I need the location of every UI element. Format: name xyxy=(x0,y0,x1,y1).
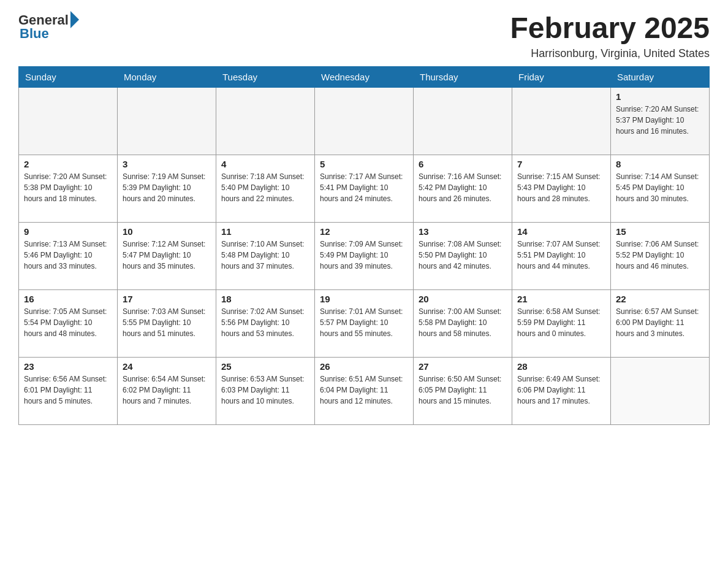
calendar-cell: 24Sunrise: 6:54 AM Sunset: 6:02 PM Dayli… xyxy=(118,357,216,424)
calendar-week-row: 16Sunrise: 7:05 AM Sunset: 5:54 PM Dayli… xyxy=(19,289,710,357)
day-number: 26 xyxy=(320,361,408,372)
day-info: Sunrise: 6:57 AM Sunset: 6:00 PM Dayligh… xyxy=(616,306,704,339)
calendar-cell: 12Sunrise: 7:09 AM Sunset: 5:49 PM Dayli… xyxy=(315,222,414,289)
day-number: 6 xyxy=(419,159,507,169)
day-info: Sunrise: 7:07 AM Sunset: 5:51 PM Dayligh… xyxy=(517,239,605,272)
day-number: 13 xyxy=(419,226,507,237)
day-info: Sunrise: 7:08 AM Sunset: 5:50 PM Dayligh… xyxy=(419,239,507,272)
day-info: Sunrise: 7:09 AM Sunset: 5:49 PM Dayligh… xyxy=(320,239,408,272)
calendar-cell xyxy=(216,87,315,155)
day-info: Sunrise: 7:06 AM Sunset: 5:52 PM Dayligh… xyxy=(616,239,704,272)
day-number: 7 xyxy=(517,159,605,169)
column-header-monday: Monday xyxy=(118,66,216,87)
day-number: 8 xyxy=(616,159,704,169)
calendar-cell: 20Sunrise: 7:00 AM Sunset: 5:58 PM Dayli… xyxy=(414,289,512,357)
calendar-cell: 17Sunrise: 7:03 AM Sunset: 5:55 PM Dayli… xyxy=(118,289,216,357)
day-number: 20 xyxy=(419,294,507,304)
day-info: Sunrise: 7:10 AM Sunset: 5:48 PM Dayligh… xyxy=(221,239,309,272)
calendar-week-row: 9Sunrise: 7:13 AM Sunset: 5:46 PM Daylig… xyxy=(19,222,710,289)
page-header: General Blue February 2025 Harrisonburg,… xyxy=(18,12,710,60)
day-info: Sunrise: 6:53 AM Sunset: 6:03 PM Dayligh… xyxy=(221,373,309,407)
day-number: 1 xyxy=(616,91,704,102)
day-info: Sunrise: 7:02 AM Sunset: 5:56 PM Dayligh… xyxy=(221,306,309,339)
day-info: Sunrise: 7:03 AM Sunset: 5:55 PM Dayligh… xyxy=(123,306,211,339)
calendar-cell: 5Sunrise: 7:17 AM Sunset: 5:41 PM Daylig… xyxy=(315,155,414,222)
day-number: 19 xyxy=(320,294,408,304)
day-number: 4 xyxy=(221,159,309,169)
calendar-cell: 18Sunrise: 7:02 AM Sunset: 5:56 PM Dayli… xyxy=(216,289,315,357)
day-number: 3 xyxy=(123,159,211,169)
column-header-tuesday: Tuesday xyxy=(216,66,315,87)
day-number: 23 xyxy=(24,361,112,372)
calendar-cell: 27Sunrise: 6:50 AM Sunset: 6:05 PM Dayli… xyxy=(414,357,512,424)
calendar-cell xyxy=(414,87,512,155)
calendar-cell: 19Sunrise: 7:01 AM Sunset: 5:57 PM Dayli… xyxy=(315,289,414,357)
day-number: 24 xyxy=(123,361,211,372)
column-header-saturday: Saturday xyxy=(611,66,710,87)
calendar-cell: 16Sunrise: 7:05 AM Sunset: 5:54 PM Dayli… xyxy=(19,289,118,357)
calendar-cell: 2Sunrise: 7:20 AM Sunset: 5:38 PM Daylig… xyxy=(19,155,118,222)
location-text: Harrisonburg, Virginia, United States xyxy=(510,47,710,60)
calendar-cell xyxy=(512,87,611,155)
day-info: Sunrise: 6:49 AM Sunset: 6:06 PM Dayligh… xyxy=(517,373,605,407)
day-info: Sunrise: 6:54 AM Sunset: 6:02 PM Dayligh… xyxy=(123,373,211,407)
day-number: 16 xyxy=(24,294,112,304)
title-section: February 2025 Harrisonburg, Virginia, Un… xyxy=(510,12,710,60)
day-number: 18 xyxy=(221,294,309,304)
calendar-cell: 11Sunrise: 7:10 AM Sunset: 5:48 PM Dayli… xyxy=(216,222,315,289)
column-header-sunday: Sunday xyxy=(19,66,118,87)
calendar-cell: 13Sunrise: 7:08 AM Sunset: 5:50 PM Dayli… xyxy=(414,222,512,289)
calendar-cell: 21Sunrise: 6:58 AM Sunset: 5:59 PM Dayli… xyxy=(512,289,611,357)
day-number: 5 xyxy=(320,159,408,169)
calendar-cell: 28Sunrise: 6:49 AM Sunset: 6:06 PM Dayli… xyxy=(512,357,611,424)
day-info: Sunrise: 7:20 AM Sunset: 5:37 PM Dayligh… xyxy=(616,104,704,137)
calendar-cell: 6Sunrise: 7:16 AM Sunset: 5:42 PM Daylig… xyxy=(414,155,512,222)
calendar-cell: 15Sunrise: 7:06 AM Sunset: 5:52 PM Dayli… xyxy=(611,222,710,289)
logo-blue-text: Blue xyxy=(20,26,49,42)
day-info: Sunrise: 6:56 AM Sunset: 6:01 PM Dayligh… xyxy=(24,373,112,407)
day-number: 17 xyxy=(123,294,211,304)
calendar-header-row: SundayMondayTuesdayWednesdayThursdayFrid… xyxy=(19,66,710,87)
column-header-friday: Friday xyxy=(512,66,611,87)
day-info: Sunrise: 7:00 AM Sunset: 5:58 PM Dayligh… xyxy=(419,306,507,339)
calendar-week-row: 23Sunrise: 6:56 AM Sunset: 6:01 PM Dayli… xyxy=(19,357,710,424)
day-info: Sunrise: 6:50 AM Sunset: 6:05 PM Dayligh… xyxy=(419,373,507,407)
calendar-cell: 25Sunrise: 6:53 AM Sunset: 6:03 PM Dayli… xyxy=(216,357,315,424)
day-info: Sunrise: 7:18 AM Sunset: 5:40 PM Dayligh… xyxy=(221,171,309,204)
calendar-cell: 14Sunrise: 7:07 AM Sunset: 5:51 PM Dayli… xyxy=(512,222,611,289)
calendar-cell xyxy=(19,87,118,155)
day-number: 11 xyxy=(221,226,309,237)
day-info: Sunrise: 7:19 AM Sunset: 5:39 PM Dayligh… xyxy=(123,171,211,204)
day-number: 14 xyxy=(517,226,605,237)
calendar-cell: 10Sunrise: 7:12 AM Sunset: 5:47 PM Dayli… xyxy=(118,222,216,289)
calendar-cell: 23Sunrise: 6:56 AM Sunset: 6:01 PM Dayli… xyxy=(19,357,118,424)
calendar-cell: 22Sunrise: 6:57 AM Sunset: 6:00 PM Dayli… xyxy=(611,289,710,357)
day-number: 10 xyxy=(123,226,211,237)
day-number: 28 xyxy=(517,361,605,372)
day-info: Sunrise: 7:14 AM Sunset: 5:45 PM Dayligh… xyxy=(616,171,704,204)
calendar-cell: 4Sunrise: 7:18 AM Sunset: 5:40 PM Daylig… xyxy=(216,155,315,222)
day-number: 27 xyxy=(419,361,507,372)
day-info: Sunrise: 7:12 AM Sunset: 5:47 PM Dayligh… xyxy=(123,239,211,272)
day-info: Sunrise: 7:17 AM Sunset: 5:41 PM Dayligh… xyxy=(320,171,408,204)
day-info: Sunrise: 7:20 AM Sunset: 5:38 PM Dayligh… xyxy=(24,171,112,204)
day-number: 2 xyxy=(24,159,112,169)
day-number: 25 xyxy=(221,361,309,372)
day-info: Sunrise: 7:15 AM Sunset: 5:43 PM Dayligh… xyxy=(517,171,605,204)
day-number: 21 xyxy=(517,294,605,304)
logo: General Blue xyxy=(18,12,79,42)
day-info: Sunrise: 7:13 AM Sunset: 5:46 PM Dayligh… xyxy=(24,239,112,272)
calendar-cell xyxy=(118,87,216,155)
day-info: Sunrise: 7:01 AM Sunset: 5:57 PM Dayligh… xyxy=(320,306,408,339)
calendar-week-row: 2Sunrise: 7:20 AM Sunset: 5:38 PM Daylig… xyxy=(19,155,710,222)
calendar-cell xyxy=(611,357,710,424)
calendar-cell: 1Sunrise: 7:20 AM Sunset: 5:37 PM Daylig… xyxy=(611,87,710,155)
column-header-thursday: Thursday xyxy=(414,66,512,87)
logo-arrow-icon xyxy=(70,11,79,28)
calendar-cell: 8Sunrise: 7:14 AM Sunset: 5:45 PM Daylig… xyxy=(611,155,710,222)
day-number: 12 xyxy=(320,226,408,237)
calendar-table: SundayMondayTuesdayWednesdayThursdayFrid… xyxy=(18,66,710,425)
day-number: 9 xyxy=(24,226,112,237)
calendar-cell: 26Sunrise: 6:51 AM Sunset: 6:04 PM Dayli… xyxy=(315,357,414,424)
day-info: Sunrise: 7:16 AM Sunset: 5:42 PM Dayligh… xyxy=(419,171,507,204)
